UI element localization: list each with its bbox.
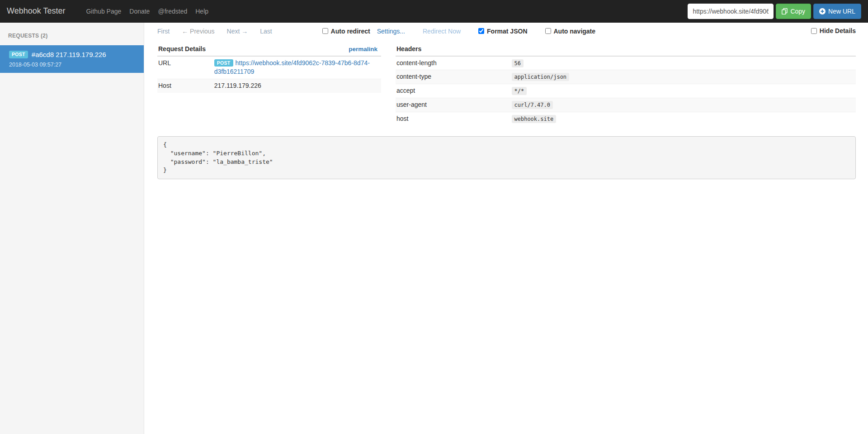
auto-navigate-toggle[interactable]: Auto navigate bbox=[545, 28, 596, 35]
pagination-previous-link[interactable]: ← Previous bbox=[182, 28, 214, 35]
auto-redirect-toggle[interactable]: Auto redirect bbox=[322, 28, 370, 35]
nav-link-help[interactable]: Help bbox=[191, 1, 212, 22]
hide-details-container: Hide Details bbox=[811, 27, 856, 35]
headers-panel: Headers content-length 56 content-type a… bbox=[396, 43, 856, 126]
auto-redirect-checkbox[interactable] bbox=[322, 28, 328, 34]
header-name: accept bbox=[396, 84, 511, 98]
request-list-item-selected[interactable]: POST #a6cd8 217.119.179.226 2018-05-03 0… bbox=[0, 45, 144, 73]
navbar-url-controls: Copy New URL bbox=[688, 4, 861, 19]
method-badge: POST bbox=[9, 51, 28, 58]
copy-button-label: Copy bbox=[790, 8, 805, 15]
host-row-value: 217.119.179.226 bbox=[213, 79, 381, 93]
pagination-last-link[interactable]: Last bbox=[260, 28, 272, 35]
header-name: host bbox=[396, 112, 511, 126]
request-body-payload: { "username": "PierreBillon", "password"… bbox=[157, 136, 856, 179]
table-row: Host 217.119.179.226 bbox=[157, 79, 381, 93]
pagination-next-link[interactable]: Next → bbox=[227, 28, 248, 35]
hide-details-label: Hide Details bbox=[820, 27, 856, 34]
settings-link[interactable]: Settings... bbox=[377, 28, 405, 35]
headers-title: Headers bbox=[396, 43, 856, 56]
format-json-toggle[interactable]: Format JSON bbox=[478, 28, 527, 35]
format-json-checkbox[interactable] bbox=[478, 28, 484, 34]
host-row-label: Host bbox=[157, 79, 213, 93]
format-json-label: Format JSON bbox=[487, 28, 527, 35]
options-toolbar: Auto redirect Settings... Redirect Now F… bbox=[322, 28, 595, 35]
request-item-timestamp: 2018-05-03 09:57:27 bbox=[9, 62, 136, 68]
hide-details-toggle[interactable]: Hide Details bbox=[811, 27, 856, 34]
table-row: content-type application/json bbox=[396, 70, 856, 84]
copy-icon bbox=[782, 8, 788, 14]
auto-navigate-checkbox[interactable] bbox=[545, 28, 551, 34]
request-url-link[interactable]: https://webhook.site/4fd9062c-7839-47b6-… bbox=[214, 59, 370, 76]
table-row: accept */* bbox=[396, 84, 856, 98]
url-row-label: URL bbox=[157, 56, 213, 79]
table-row: URL POSThttps://webhook.site/4fd9062c-78… bbox=[157, 56, 381, 79]
auto-redirect-label: Auto redirect bbox=[331, 28, 370, 35]
navbar-links: Github Page Donate @fredsted Help bbox=[82, 0, 212, 22]
nav-link-github-page[interactable]: Github Page bbox=[82, 1, 125, 22]
copy-button[interactable]: Copy bbox=[776, 4, 811, 19]
new-url-button[interactable]: New URL bbox=[813, 4, 861, 19]
pagination-first-link[interactable]: First bbox=[157, 28, 170, 35]
table-row: content-length 56 bbox=[396, 56, 856, 70]
controls-row: First ← Previous Next → Last Auto redire… bbox=[157, 27, 856, 35]
hide-details-checkbox[interactable] bbox=[811, 28, 817, 34]
table-row: user-agent curl/7.47.0 bbox=[396, 98, 856, 112]
top-navbar: Webhook Tester Github Page Donate @freds… bbox=[0, 0, 868, 23]
brand-link[interactable]: Webhook Tester bbox=[7, 6, 72, 16]
pagination: First ← Previous Next → Last bbox=[157, 28, 272, 35]
permalink-link[interactable]: permalink bbox=[349, 46, 377, 52]
header-value: webhook.site bbox=[512, 115, 557, 123]
webhook-url-input[interactable] bbox=[688, 4, 774, 19]
table-row: host webhook.site bbox=[396, 112, 856, 126]
plus-circle-icon bbox=[819, 8, 826, 14]
header-name: content-type bbox=[396, 70, 511, 84]
header-value: */* bbox=[512, 87, 527, 95]
auto-navigate-label: Auto navigate bbox=[554, 28, 596, 35]
header-value: 56 bbox=[512, 59, 524, 67]
redirect-now-link[interactable]: Redirect Now bbox=[423, 28, 461, 35]
request-detail-view: First ← Previous Next → Last Auto redire… bbox=[144, 23, 868, 434]
request-details-panel: Request Details permalink URL POSThttps:… bbox=[157, 43, 381, 93]
request-item-title: #a6cd8 217.119.179.226 bbox=[32, 51, 106, 58]
requests-count-header: REQUESTS (2) bbox=[0, 23, 144, 45]
url-method-badge: POST bbox=[214, 59, 233, 67]
header-name: content-length bbox=[396, 56, 511, 70]
nav-link-fredsted[interactable]: @fredsted bbox=[154, 1, 191, 22]
requests-sidebar: REQUESTS (2) POST #a6cd8 217.119.179.226… bbox=[0, 23, 144, 434]
header-value: curl/7.47.0 bbox=[512, 101, 553, 109]
new-url-button-label: New URL bbox=[828, 8, 855, 15]
header-value: application/json bbox=[512, 73, 570, 81]
header-name: user-agent bbox=[396, 98, 511, 112]
request-details-title: Request Details bbox=[157, 43, 213, 56]
nav-link-donate[interactable]: Donate bbox=[125, 1, 154, 22]
